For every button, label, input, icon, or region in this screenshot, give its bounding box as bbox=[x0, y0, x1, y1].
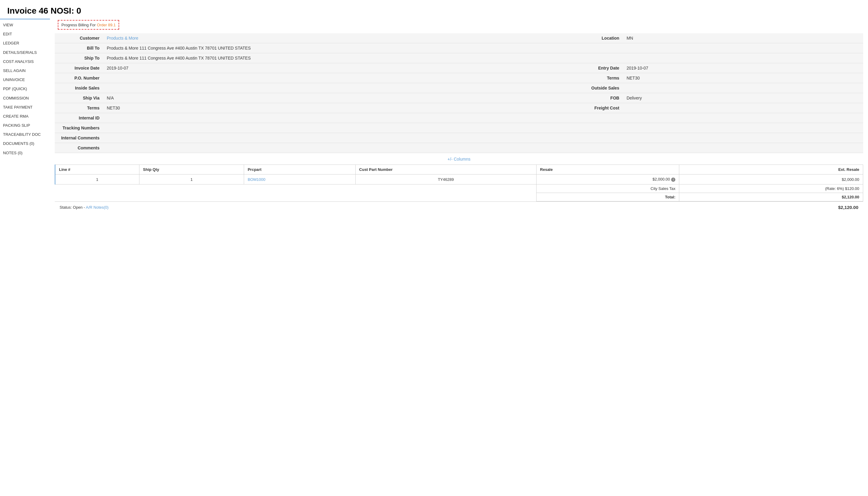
ship-qty-cell: 1 bbox=[139, 174, 244, 185]
customer-link[interactable]: Products & More bbox=[107, 36, 138, 41]
location-label: Location bbox=[584, 33, 623, 43]
inside-sales-label: Inside Sales bbox=[55, 83, 103, 93]
outside-sales-label: Outside Sales bbox=[584, 83, 623, 93]
total-label: Total: bbox=[536, 193, 679, 201]
terms2-value: NET30 bbox=[103, 103, 584, 113]
sidebar-item-notes--0-[interactable]: NOTES (0) bbox=[0, 149, 50, 158]
status-bar: Status: Open - A/R Notes(0) $2,120.00 bbox=[55, 201, 863, 213]
sidebar-item-edit[interactable]: EDIT bbox=[0, 30, 50, 39]
sidebar-item-documents--0-[interactable]: DOCUMENTS (0) bbox=[0, 139, 50, 148]
outside-sales-value bbox=[623, 83, 863, 93]
total-value: $2,120.00 bbox=[679, 193, 863, 201]
ship-to-value: Products & More 111 Congress Ave #400 Au… bbox=[103, 53, 863, 63]
data-table: Line # Ship Qty Prcpart Cust Part Number… bbox=[55, 165, 863, 201]
sidebar-item-pdf--quick-[interactable]: PDF (QUICK) bbox=[0, 84, 50, 93]
sidebar-item-details-serials[interactable]: DETAILS/SERIALS bbox=[0, 48, 50, 57]
ar-notes-link[interactable]: A/R Notes(0) bbox=[86, 205, 109, 210]
inside-sales-value bbox=[103, 83, 584, 93]
sidebar-item-take-payment[interactable]: TAKE PAYMENT bbox=[0, 103, 50, 112]
ship-to-label: Ship To bbox=[55, 53, 103, 63]
info-table: Customer Products & More Location MN Bil… bbox=[55, 33, 863, 153]
sidebar-item-sell-again[interactable]: SELL AGAIN bbox=[0, 66, 50, 75]
bottom-total: $2,120.00 bbox=[838, 205, 858, 210]
table-row: 11BOM1000TY46289$2,000.00i$2,000.00 bbox=[55, 174, 863, 185]
comments-value bbox=[103, 143, 863, 153]
location-value: MN bbox=[623, 33, 863, 43]
order-link[interactable]: Order 89.1 bbox=[97, 23, 115, 27]
prcpart-cell[interactable]: BOM1000 bbox=[244, 174, 355, 185]
sidebar-item-uninvoice[interactable]: UNINVOICE bbox=[0, 75, 50, 84]
page-title: Invoice 46 NOSI: 0 bbox=[0, 0, 868, 19]
customer-value: Products & More bbox=[103, 33, 584, 43]
terms2-label: Terms bbox=[55, 103, 103, 113]
sidebar-item-cost-analysis[interactable]: COST ANALYSIS bbox=[0, 57, 50, 66]
fob-label: FOB bbox=[584, 93, 623, 103]
bill-to-value: Products & More 111 Congress Ave #400 Au… bbox=[103, 43, 863, 53]
city-sales-tax-value: (Rate: 6%) $120.00 bbox=[679, 185, 863, 193]
bill-to-label: Bill To bbox=[55, 43, 103, 53]
sidebar-item-commission[interactable]: COMMISSION bbox=[0, 94, 50, 103]
internal-id-label: Internal ID bbox=[55, 113, 103, 123]
progress-billing-text: Progress Billing For bbox=[61, 23, 96, 27]
columns-link[interactable]: +/- Columns bbox=[448, 154, 470, 165]
internal-comments-value bbox=[103, 133, 863, 143]
prcpart-link[interactable]: BOM1000 bbox=[248, 177, 265, 182]
col-ship-qty: Ship Qty bbox=[139, 165, 244, 174]
comments-label: Comments bbox=[55, 143, 103, 153]
entry-date-label: Entry Date bbox=[584, 63, 623, 73]
progress-billing-box: Progress Billing For Order 89.1 bbox=[58, 20, 119, 30]
internal-comments-label: Internal Comments bbox=[55, 133, 103, 143]
freight-cost-value bbox=[623, 103, 863, 113]
line-cell: 1 bbox=[55, 174, 139, 185]
sidebar-item-ledger[interactable]: LEDGER bbox=[0, 39, 50, 48]
sidebar-item-create-rma[interactable]: CREATE RMA bbox=[0, 112, 50, 121]
fob-value: Delivery bbox=[623, 93, 863, 103]
ext-resale-cell: $2,000.00 bbox=[679, 174, 863, 185]
city-sales-tax-label: City Sales Tax bbox=[536, 185, 679, 193]
terms-value: NET30 bbox=[623, 73, 863, 83]
customer-label: Customer bbox=[55, 33, 103, 43]
invoice-date-value: 2019-10-07 bbox=[103, 63, 584, 73]
resale-cell: $2,000.00i bbox=[536, 174, 679, 185]
sidebar: VIEWEDITLEDGERDETAILS/SERIALSCOST ANALYS… bbox=[0, 19, 50, 158]
col-prcpart: Prcpart bbox=[244, 165, 355, 174]
col-cust-part: Cust Part Number bbox=[355, 165, 536, 174]
internal-id-value bbox=[103, 113, 863, 123]
ship-via-label: Ship Via bbox=[55, 93, 103, 103]
ship-via-value: N/A bbox=[103, 93, 584, 103]
col-line: Line # bbox=[55, 165, 139, 174]
tracking-numbers-value bbox=[103, 123, 863, 133]
main-content: Customer Products & More Location MN Bil… bbox=[55, 33, 868, 218]
freight-cost-label: Freight Cost bbox=[584, 103, 623, 113]
col-resale: Resale bbox=[536, 165, 679, 174]
sidebar-item-traceability-doc[interactable]: TRACEABILITY DOC bbox=[0, 130, 50, 139]
status-text: Status: Open - bbox=[60, 205, 85, 210]
terms-label: Terms bbox=[584, 73, 623, 83]
sidebar-item-view[interactable]: VIEW bbox=[0, 20, 50, 30]
entry-date-value: 2019-10-07 bbox=[623, 63, 863, 73]
cust-part-cell: TY46289 bbox=[355, 174, 536, 185]
tracking-numbers-label: Tracking Numbers bbox=[55, 123, 103, 133]
po-number-value bbox=[103, 73, 584, 83]
sidebar-item-packing-slip[interactable]: PACKING SLIP bbox=[0, 121, 50, 130]
col-ext-resale: Ext. Resale bbox=[679, 165, 863, 174]
po-number-label: P.O. Number bbox=[55, 73, 103, 83]
info-icon[interactable]: i bbox=[671, 177, 675, 182]
invoice-date-label: Invoice Date bbox=[55, 63, 103, 73]
